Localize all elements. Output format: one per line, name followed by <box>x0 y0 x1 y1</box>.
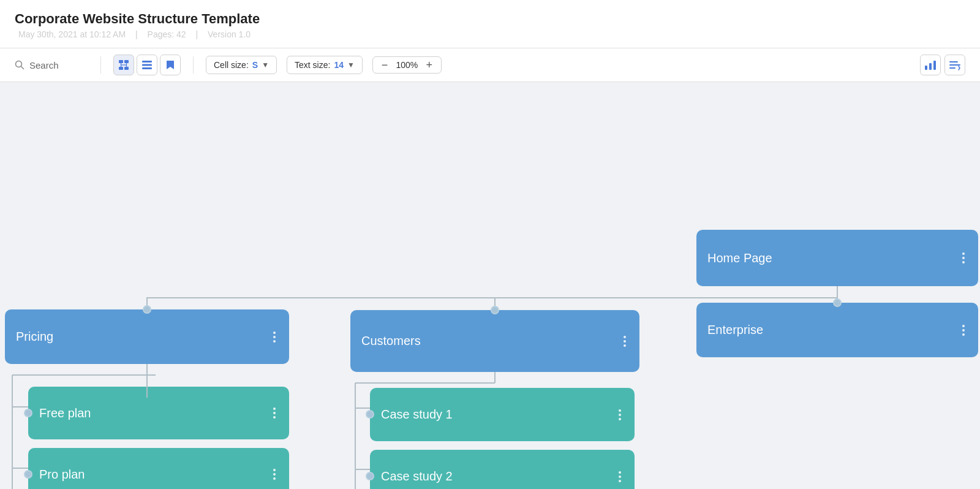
svg-rect-4 <box>119 67 123 70</box>
customers-label: Customers <box>361 334 421 348</box>
text-size-value: 14 <box>334 60 344 70</box>
pro-plan-dot <box>24 470 32 479</box>
case-study-1-dot <box>366 410 374 419</box>
free-plan-node[interactable]: Free plan <box>28 387 289 439</box>
divider-1 <box>100 56 101 74</box>
pricing-label: Pricing <box>16 330 53 344</box>
header: Corporate Website Structure Template May… <box>0 0 980 48</box>
canvas: Home Page Pricing Customers Enterprise <box>0 82 980 489</box>
search-icon <box>15 60 24 70</box>
pro-plan-node[interactable]: Pro plan <box>28 448 289 489</box>
divider-2 <box>193 56 194 74</box>
sort-btn[interactable] <box>944 55 965 75</box>
text-size-chevron: ▼ <box>347 61 355 69</box>
case-study-2-label: Case study 2 <box>381 469 453 483</box>
meta-version: Version 1.0 <box>208 29 251 39</box>
svg-rect-3 <box>124 60 129 63</box>
svg-rect-2 <box>119 60 123 63</box>
pricing-top-dot <box>143 305 151 314</box>
search-area[interactable]: Search <box>15 60 88 70</box>
case-study-2-dot <box>366 472 374 480</box>
zoom-value: 100% <box>395 60 418 70</box>
svg-rect-9 <box>142 61 152 63</box>
home-page-label: Home Page <box>707 251 772 265</box>
customers-top-dot <box>491 306 499 314</box>
zoom-in-btn[interactable]: + <box>423 59 435 70</box>
svg-rect-5 <box>124 67 129 70</box>
free-plan-dot <box>24 409 32 417</box>
enterprise-node[interactable]: Enterprise <box>696 303 978 357</box>
home-page-menu-btn[interactable] <box>960 250 967 266</box>
svg-rect-13 <box>929 63 932 70</box>
page-title: Corporate Website Structure Template <box>15 11 965 27</box>
cell-size-dropdown[interactable]: Cell size: S ▼ <box>206 56 277 74</box>
hierarchy-view-btn[interactable] <box>113 55 134 75</box>
case-study-2-menu-btn[interactable] <box>616 469 624 485</box>
enterprise-top-dot <box>833 298 842 307</box>
case-study-1-menu-btn[interactable] <box>616 407 624 423</box>
cell-size-value: S <box>252 60 258 70</box>
zoom-controls: − 100% + <box>372 56 442 74</box>
enterprise-label: Enterprise <box>707 323 763 337</box>
toolbar-right <box>920 55 965 75</box>
cell-size-label: Cell size: <box>214 60 249 70</box>
pricing-node[interactable]: Pricing <box>5 309 289 364</box>
pro-plan-label: Pro plan <box>39 468 85 482</box>
svg-rect-14 <box>933 61 936 70</box>
svg-line-1 <box>21 67 24 69</box>
case-study-2-node[interactable]: Case study 2 <box>370 450 635 489</box>
zoom-out-btn[interactable]: − <box>379 59 391 70</box>
customers-node[interactable]: Customers <box>350 310 639 372</box>
svg-rect-11 <box>142 67 152 69</box>
text-size-dropdown[interactable]: Text size: 14 ▼ <box>287 56 363 74</box>
bookmark-btn[interactable] <box>160 55 181 75</box>
cell-size-chevron: ▼ <box>262 61 269 69</box>
free-plan-label: Free plan <box>39 406 91 420</box>
meta-date: May 30th, 2021 at 10:12 AM <box>18 29 126 39</box>
enterprise-menu-btn[interactable] <box>960 322 967 338</box>
text-size-label: Text size: <box>295 60 330 70</box>
case-study-1-node[interactable]: Case study 1 <box>370 388 635 441</box>
chart-btn[interactable] <box>920 55 941 75</box>
list-view-btn[interactable] <box>137 55 157 75</box>
svg-rect-10 <box>142 64 152 66</box>
view-mode-group <box>113 55 181 75</box>
pro-plan-menu-btn[interactable] <box>271 466 278 482</box>
search-label: Search <box>29 60 59 70</box>
customers-menu-btn[interactable] <box>621 333 628 349</box>
case-study-1-label: Case study 1 <box>381 408 453 422</box>
free-plan-menu-btn[interactable] <box>271 405 278 421</box>
toolbar: Search <box>0 48 980 82</box>
page-meta: May 30th, 2021 at 10:12 AM | Pages: 42 |… <box>15 29 965 39</box>
pricing-menu-btn[interactable] <box>271 329 278 345</box>
home-page-node[interactable]: Home Page <box>696 230 978 286</box>
svg-rect-12 <box>925 66 927 70</box>
meta-pages: Pages: 42 <box>148 29 186 39</box>
